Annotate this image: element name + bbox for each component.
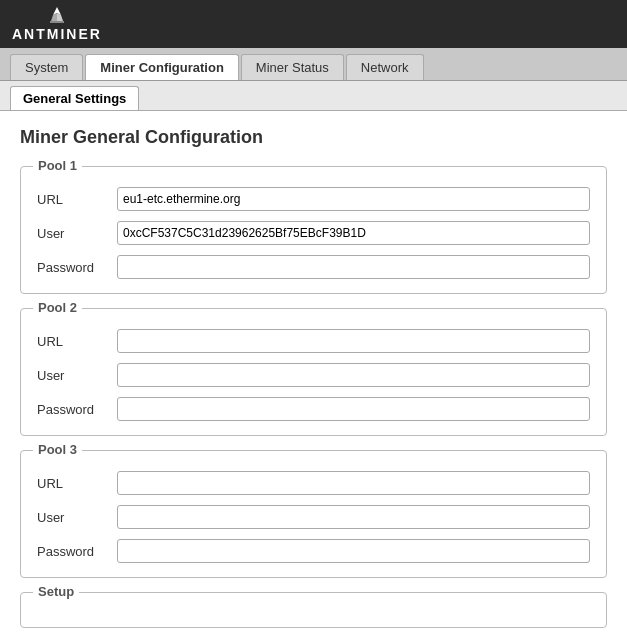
pool-2-user-input[interactable] (117, 363, 590, 387)
pool-2-legend: Pool 2 (33, 300, 82, 315)
pool-1-user-row: User (37, 221, 590, 245)
logo-text: ANTMINER (12, 26, 102, 42)
svg-rect-3 (50, 21, 64, 23)
pool-2-user-label: User (37, 368, 117, 383)
pool-3-user-input[interactable] (117, 505, 590, 529)
pool-3-url-row: URL (37, 471, 590, 495)
pool-1-pass-label: Password (37, 260, 117, 275)
pool-2-url-label: URL (37, 334, 117, 349)
pool-1-url-input[interactable] (117, 187, 590, 211)
tab-network[interactable]: Network (346, 54, 424, 80)
pool-1-url-label: URL (37, 192, 117, 207)
pool-1-pass-input[interactable] (117, 255, 590, 279)
pool-3-pass-label: Password (37, 544, 117, 559)
pool-2-pass-label: Password (37, 402, 117, 417)
pool-1-url-row: URL (37, 187, 590, 211)
pool-3-section: Pool 3 URL User Password (20, 450, 607, 578)
logo: ANTMINER (12, 7, 102, 42)
pool-3-user-row: User (37, 505, 590, 529)
header: ANTMINER (0, 0, 627, 48)
pool-1-legend: Pool 1 (33, 158, 82, 173)
pool-3-url-label: URL (37, 476, 117, 491)
pool-3-url-input[interactable] (117, 471, 590, 495)
pool-2-pass-row: Password (37, 397, 590, 421)
sub-tab-general-settings[interactable]: General Settings (10, 86, 139, 110)
pool-2-user-row: User (37, 363, 590, 387)
sub-tabs-bar: General Settings (0, 81, 627, 111)
tab-system[interactable]: System (10, 54, 83, 80)
pool-1-user-input[interactable] (117, 221, 590, 245)
setup-section: Setup (20, 592, 607, 628)
tab-miner-configuration[interactable]: Miner Configuration (85, 54, 239, 80)
pool-2-url-input[interactable] (117, 329, 590, 353)
pool-2-section: Pool 2 URL User Password (20, 308, 607, 436)
pool-3-pass-row: Password (37, 539, 590, 563)
pool-2-pass-input[interactable] (117, 397, 590, 421)
pool-3-pass-input[interactable] (117, 539, 590, 563)
pool-1-user-label: User (37, 226, 117, 241)
antminer-logo-icon (47, 7, 67, 25)
main-content: Miner General Configuration Pool 1 URL U… (0, 111, 627, 641)
setup-legend: Setup (33, 584, 79, 599)
pool-1-section: Pool 1 URL User Password (20, 166, 607, 294)
tab-miner-status[interactable]: Miner Status (241, 54, 344, 80)
pool-3-legend: Pool 3 (33, 442, 82, 457)
pool-2-url-row: URL (37, 329, 590, 353)
page-title: Miner General Configuration (20, 127, 607, 148)
pool-3-user-label: User (37, 510, 117, 525)
tabs-bar: System Miner Configuration Miner Status … (0, 48, 627, 81)
pool-1-pass-row: Password (37, 255, 590, 279)
